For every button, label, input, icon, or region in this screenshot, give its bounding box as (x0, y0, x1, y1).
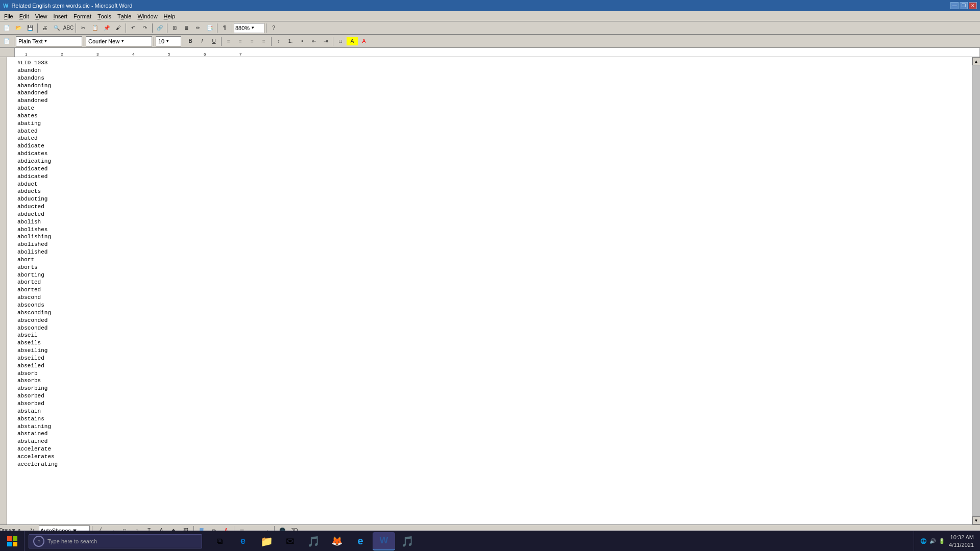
font-value: Courier New (88, 38, 119, 44)
document-line: abstaining (17, 423, 968, 431)
title-bar-controls: — ❐ ✕ (950, 2, 977, 9)
format-painter-button[interactable]: 🖌 (113, 22, 124, 34)
justify-button[interactable]: ≡ (258, 36, 270, 47)
clock-time: 10:32 AM (949, 534, 974, 541)
copy-button[interactable]: 📋 (89, 22, 101, 34)
cortana-icon: ○ (33, 536, 44, 547)
document-map-button[interactable]: 📑 (204, 22, 215, 34)
document-line: abducting (17, 195, 968, 203)
menu-table[interactable]: Table (114, 11, 135, 21)
font-color-button[interactable]: A (358, 36, 370, 47)
help-button[interactable]: ? (268, 22, 279, 34)
menu-help[interactable]: Help (161, 11, 179, 21)
document-line: abducts (17, 188, 968, 195)
tray-battery-icon: 🔋 (939, 538, 945, 544)
document-line: abdicating (17, 158, 968, 165)
document-line: abated (17, 128, 968, 135)
menu-window[interactable]: Window (134, 11, 160, 21)
document-line: abstained (17, 430, 968, 438)
align-left-button[interactable]: ≡ (223, 36, 234, 47)
cut-button[interactable]: ✂ (78, 22, 89, 34)
decrease-indent-button[interactable]: ⇤ (308, 36, 320, 47)
italic-button[interactable]: I (197, 36, 208, 47)
paste-button[interactable]: 📌 (101, 22, 112, 34)
menu-view[interactable]: View (32, 11, 51, 21)
document-line: abolishes (17, 226, 968, 234)
taskbar-firefox[interactable]: 🦊 (326, 532, 348, 550)
document-line: accelerate (17, 445, 968, 453)
taskbar-word[interactable]: W (373, 532, 395, 550)
normal-view-btn[interactable]: 📄 (1, 36, 12, 47)
columns-button[interactable]: ≣ (181, 22, 192, 34)
spelling-button[interactable]: ABC (63, 22, 74, 34)
menu-tools[interactable]: Tools (94, 11, 114, 21)
zoom-arrow-icon: ▼ (251, 26, 255, 30)
sep6 (217, 23, 217, 33)
menu-format[interactable]: Format (70, 11, 94, 21)
taskbar-edge[interactable]: e (232, 532, 254, 550)
window-title: Related English stem words.dic - Microso… (11, 3, 132, 9)
scroll-up-button[interactable]: ▲ (972, 57, 981, 65)
scroll-down-button[interactable]: ▼ (972, 516, 981, 524)
ruler-bar: 1 2 3 4 5 6 7 (14, 48, 980, 57)
print-button[interactable]: 🖨 (39, 22, 51, 34)
save-button[interactable]: 💾 (24, 22, 36, 34)
cortana-search[interactable]: ○ Type here to search (29, 534, 202, 548)
vertical-scrollbar[interactable]: ▲ ▼ (972, 57, 980, 524)
undo-button[interactable]: ↶ (128, 22, 139, 34)
menu-edit[interactable]: Edit (16, 11, 32, 21)
style-dropdown[interactable]: Plain Text ▼ (16, 36, 82, 46)
taskbar-ie[interactable]: e (349, 532, 372, 550)
close-button[interactable]: ✕ (969, 2, 977, 9)
bold-button[interactable]: B (185, 36, 196, 47)
restore-button[interactable]: ❐ (960, 2, 968, 9)
increase-indent-button[interactable]: ⇥ (320, 36, 331, 47)
taskbar-explorer[interactable]: 📁 (255, 532, 278, 550)
taskbar-media[interactable]: 🎵 (302, 532, 325, 550)
line-spacing-button[interactable]: ↕ (273, 36, 284, 47)
title-bar: W Related English stem words.dic - Micro… (0, 0, 980, 11)
document-area[interactable]: #LID 1033abandonabandonsabandoningabando… (7, 57, 972, 524)
numbering-button[interactable]: 1. (285, 36, 296, 47)
size-dropdown[interactable]: 10 ▼ (156, 36, 181, 46)
fmt-sep2 (154, 37, 154, 46)
font-dropdown[interactable]: Courier New ▼ (86, 36, 152, 46)
clock-date: 4/11/2021 (949, 541, 974, 548)
highlight-button[interactable]: A (347, 37, 358, 45)
scroll-track[interactable] (972, 65, 981, 516)
minimize-button[interactable]: — (950, 2, 959, 9)
taskbar-mail[interactable]: ✉ (279, 532, 301, 550)
align-right-button[interactable]: ≡ (247, 36, 258, 47)
zoom-dropdown[interactable]: 880% ▼ (234, 23, 264, 33)
drawing-button[interactable]: ✏ (192, 22, 204, 34)
title-bar-left: W Related English stem words.dic - Micro… (3, 3, 132, 9)
new-button[interactable]: 📄 (1, 22, 12, 34)
document-line: abstains (17, 415, 968, 423)
open-button[interactable]: 📂 (13, 22, 24, 34)
ruler-mark-1: 1 (25, 52, 27, 57)
redo-button[interactable]: ↷ (139, 22, 151, 34)
document-line: abated (17, 135, 968, 142)
search-bar-text: Type here to search (47, 538, 97, 544)
clock[interactable]: 10:32 AM 4/11/2021 (949, 534, 974, 548)
menu-insert[interactable]: Insert (51, 11, 71, 21)
hyperlink-button[interactable]: 🔗 (154, 22, 165, 34)
print-preview-button[interactable]: 🔍 (51, 22, 62, 34)
show-hide-button[interactable]: ¶ (219, 22, 230, 34)
underline-button[interactable]: U (208, 36, 219, 47)
menu-file[interactable]: File (1, 11, 16, 21)
document-line: absorbs (17, 377, 968, 385)
ruler-mark-3: 3 (96, 52, 99, 57)
task-view-button[interactable]: ⧉ (208, 532, 231, 550)
document-line: abstain (17, 408, 968, 415)
taskbar-app-misc[interactable]: 🎵 (396, 532, 419, 550)
table-button[interactable]: ⊞ (169, 22, 180, 34)
align-center-button[interactable]: ≡ (235, 36, 246, 47)
border-button[interactable]: □ (335, 36, 346, 47)
taskbar-apps: ⧉ e 📁 ✉ 🎵 🦊 e W 🎵 (206, 532, 914, 550)
style-arrow-icon: ▼ (44, 39, 48, 43)
bullets-button[interactable]: • (297, 36, 308, 47)
document-line: abdicated (17, 165, 968, 173)
fmt-sep1 (84, 37, 84, 46)
start-button[interactable] (0, 531, 24, 552)
